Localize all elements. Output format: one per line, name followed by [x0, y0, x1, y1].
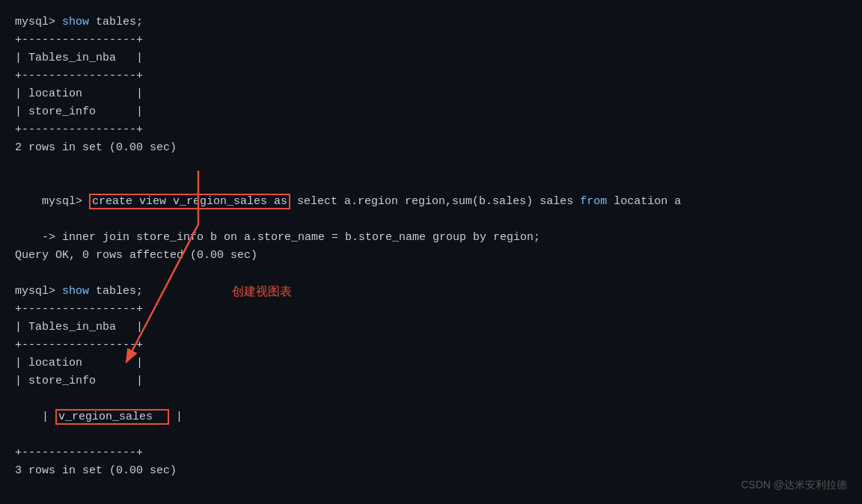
terminal-line: | Tables_in_nba |	[15, 49, 847, 67]
terminal-line: +-----------------+	[15, 121, 847, 139]
terminal-line: | v_region_sales |	[15, 390, 847, 444]
terminal-line: -> inner join store_info b on a.store_na…	[15, 229, 847, 247]
prompt: mysql>	[15, 16, 62, 28]
terminal-line: +-----------------+	[15, 67, 847, 85]
watermark: CSDN @达米安利拉德	[741, 479, 847, 492]
terminal-line: 2 rows in set (0.00 sec)	[15, 139, 847, 157]
terminal-line: | Tables_in_nba |	[15, 319, 847, 336]
terminal-line: +-----------------+	[15, 336, 847, 354]
terminal-line: | location |	[15, 354, 847, 372]
terminal-line: Query OK, 0 rows affected (0.00 sec)	[15, 247, 847, 265]
terminal-line: +-----------------+	[15, 31, 847, 49]
terminal-line: mysql>	[15, 498, 847, 504]
terminal-line	[15, 157, 847, 175]
terminal-line	[15, 480, 847, 498]
terminal: mysql> show tables; +-----------------+ …	[0, 0, 862, 504]
terminal-line: 3 rows in set (0.00 sec)	[15, 462, 847, 480]
terminal-line: | store_info |	[15, 103, 847, 121]
terminal-line	[15, 265, 847, 283]
terminal-line: mysql> show tables;	[15, 13, 847, 31]
terminal-line: mysql> create view v_region_sales as sel…	[15, 175, 847, 229]
terminal-line: mysql> show tables;	[15, 283, 847, 301]
terminal-line: +-----------------+	[15, 444, 847, 462]
terminal-line: | location |	[15, 85, 847, 103]
terminal-line: | store_info |	[15, 372, 847, 390]
terminal-line: +-----------------+	[15, 301, 847, 319]
